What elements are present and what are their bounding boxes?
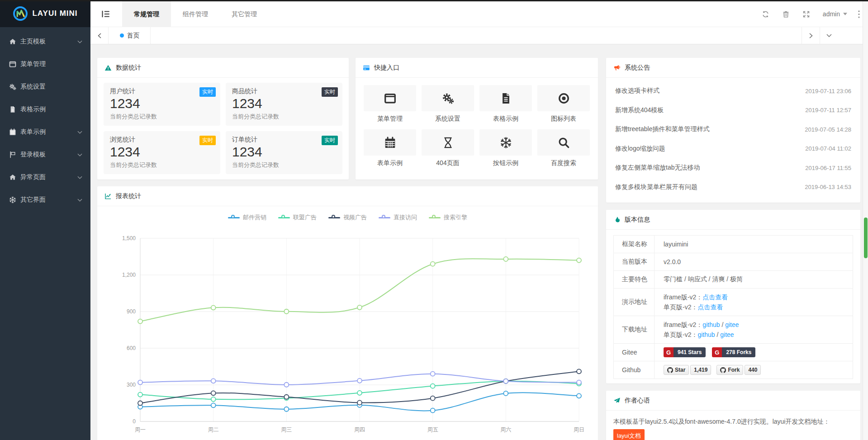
chevron-down-icon xyxy=(77,153,82,156)
version-link[interactable]: 点击查看 xyxy=(702,293,728,301)
dot-circle-icon xyxy=(537,85,590,111)
tab-home[interactable]: 首页 xyxy=(109,27,151,44)
panel-data-stats-header: 数据统计 xyxy=(97,58,349,78)
sidebar-menu-item[interactable]: 菜单管理 xyxy=(0,53,90,76)
quick-entry-item[interactable]: 图标列表 xyxy=(537,85,590,123)
quick-entry-label: 系统设置 xyxy=(422,115,474,123)
realtime-badge: 实时 xyxy=(199,87,216,97)
legend-label: 联盟广告 xyxy=(293,213,317,222)
sidebar-menu-item[interactable]: 表单示例 xyxy=(0,121,90,143)
gitee-badge[interactable]: G278 Forks xyxy=(712,347,755,357)
github-star-count[interactable]: 1,419 xyxy=(690,365,711,375)
sidebar-menu-item[interactable]: 登录模板 xyxy=(0,143,90,166)
version-row-label: 框架名称 xyxy=(614,236,655,253)
svg-text:600: 600 xyxy=(127,345,136,351)
main-content: 数据统计 用户统计 1234 当前分类总记录数 实时 商品统计 1234 当前分… xyxy=(90,44,868,440)
chevron-down-icon xyxy=(77,199,82,202)
scrollbar-thumb[interactable] xyxy=(864,218,868,258)
panel-author-words-header: 作者心语 xyxy=(606,391,860,411)
chart-legend-item[interactable]: 视频广告 xyxy=(328,213,367,222)
panel-version-info-header: 版本信息 xyxy=(606,210,860,230)
version-link[interactable]: github xyxy=(702,321,720,328)
sidebar-collapse-button[interactable] xyxy=(101,9,111,19)
github-fork-count[interactable]: 440 xyxy=(745,365,761,375)
chart-legend-item[interactable]: 搜索引擎 xyxy=(429,213,467,222)
top-nav-item[interactable]: 其它管理 xyxy=(220,1,269,27)
sidebar-menu: 主页模板 菜单管理 系统设置 表格示例 xyxy=(0,27,90,211)
svg-text:周三: 周三 xyxy=(281,426,292,433)
gitee-badge-label: 278 Forks xyxy=(722,347,755,357)
announcement-row: 修改logo缩放问题 2019-07-04 11:02 xyxy=(615,139,851,159)
sidebar-menu-item[interactable]: 表格示例 xyxy=(0,98,90,121)
version-link[interactable]: gitee xyxy=(725,321,739,328)
panel-system-announcements: 系统公告 修改选项卡样式 2019-07-11 23:06 新增系统404模板 … xyxy=(606,58,860,203)
link-separator: / xyxy=(720,321,726,328)
panel-title: 系统公告 xyxy=(625,64,650,72)
bullhorn-icon xyxy=(613,64,621,71)
quick-entry-item[interactable]: 按钮示例 xyxy=(479,129,532,167)
github-star-button[interactable]: Star xyxy=(664,365,689,375)
snowflake-icon xyxy=(479,129,532,156)
version-row: GithubStar1,419Fork440 xyxy=(614,361,853,379)
announcement-date: 2019-06-17 11:55 xyxy=(805,165,851,171)
stat-card: 订单统计 1234 当前分类总记录数 实时 xyxy=(226,131,342,174)
stat-description: 当前分类总记录数 xyxy=(232,113,336,121)
quick-entry-item[interactable]: 百度搜索 xyxy=(537,129,590,167)
sidebar-menu-item[interactable]: 其它界面 xyxy=(0,189,90,211)
legend-label: 邮件营销 xyxy=(243,213,266,222)
quick-entry-item[interactable]: 404页面 xyxy=(422,129,474,167)
user-dropdown[interactable]: admin xyxy=(816,10,854,18)
header-actions: admin xyxy=(755,10,868,18)
sidebar-menu-item[interactable]: 异常页面 xyxy=(0,166,90,189)
legend-label: 视频广告 xyxy=(343,213,367,222)
tab-scroll-left-button[interactable] xyxy=(90,27,109,44)
legend-marker-icon xyxy=(278,214,290,221)
version-row-label: 演示地址 xyxy=(614,289,655,316)
quick-entry-item[interactable]: 表格示例 xyxy=(479,85,532,123)
refresh-button[interactable] xyxy=(755,10,776,18)
layui-logo-icon xyxy=(13,6,28,21)
version-table-wrap: 框架名称layuimini当前版本v2.0.0主要特色零门槛 / 响应式 / 清… xyxy=(606,230,860,383)
stat-label: 浏览统计 xyxy=(110,136,214,144)
chart-legend-item[interactable]: 联盟广告 xyxy=(278,213,317,222)
top-nav-item[interactable]: 常规管理 xyxy=(122,1,171,27)
panel-version-info: 版本信息 框架名称layuimini当前版本v2.0.0主要特色零门槛 / 响应… xyxy=(606,210,860,383)
version-link[interactable]: github xyxy=(697,331,715,338)
home-icon xyxy=(9,38,16,45)
sidebar-menu-item[interactable]: 系统设置 xyxy=(0,76,90,98)
version-link[interactable]: gitee xyxy=(720,331,734,338)
stat-label: 商品统计 xyxy=(232,87,336,95)
version-row-value: G941 StarsG278 Forks xyxy=(655,344,853,361)
announcement-date: 2019-06-13 14:53 xyxy=(805,184,851,190)
caret-down-icon xyxy=(843,13,847,15)
version-link[interactable]: 点击查看 xyxy=(697,303,723,311)
page-scrollbar[interactable] xyxy=(863,1,868,440)
svg-text:周一: 周一 xyxy=(135,426,146,433)
quick-entry-item[interactable]: 菜单管理 xyxy=(364,85,416,123)
svg-text:周六: 周六 xyxy=(500,426,511,433)
announcement-date: 2019-07-05 14:28 xyxy=(805,126,851,133)
quick-entry-item[interactable]: 表单示例 xyxy=(364,129,416,167)
fullscreen-button[interactable] xyxy=(796,10,816,18)
snowflake-icon xyxy=(9,196,16,203)
window-icon xyxy=(9,61,16,68)
github-fork-button[interactable]: Fork xyxy=(716,365,743,375)
home-icon xyxy=(9,174,16,181)
panel-report-stats: 报表统计 邮件营销 xyxy=(97,186,598,440)
top-nav-item[interactable]: 组件管理 xyxy=(171,1,220,27)
chart-legend-item[interactable]: 直接访问 xyxy=(379,213,417,222)
announcement-list: 修改选项卡样式 2019-07-11 23:06 新增系统404模板 2019-… xyxy=(606,78,860,197)
tab-actions-dropdown[interactable] xyxy=(820,27,838,44)
announcement-text: 新增treetable插件和菜单管理样式 xyxy=(615,125,709,133)
sidebar-menu-item[interactable]: 主页模板 xyxy=(0,30,90,53)
layui-doc-badge[interactable]: layui文档 xyxy=(613,429,645,440)
gitee-badge[interactable]: G941 Stars xyxy=(664,347,706,357)
legend-label: 直接访问 xyxy=(394,213,417,222)
chart-legend-item[interactable]: 邮件营销 xyxy=(228,213,266,222)
github-button-group: Fork440 xyxy=(716,365,761,375)
announcement-date: 2019-07-04 11:02 xyxy=(805,145,851,152)
quick-entry-item[interactable]: 系统设置 xyxy=(422,85,474,123)
clear-cache-button[interactable] xyxy=(776,10,796,18)
stat-cards: 用户统计 1234 当前分类总记录数 实时 商品统计 1234 当前分类总记录数… xyxy=(97,78,349,179)
tab-scroll-right-button[interactable] xyxy=(802,27,820,44)
